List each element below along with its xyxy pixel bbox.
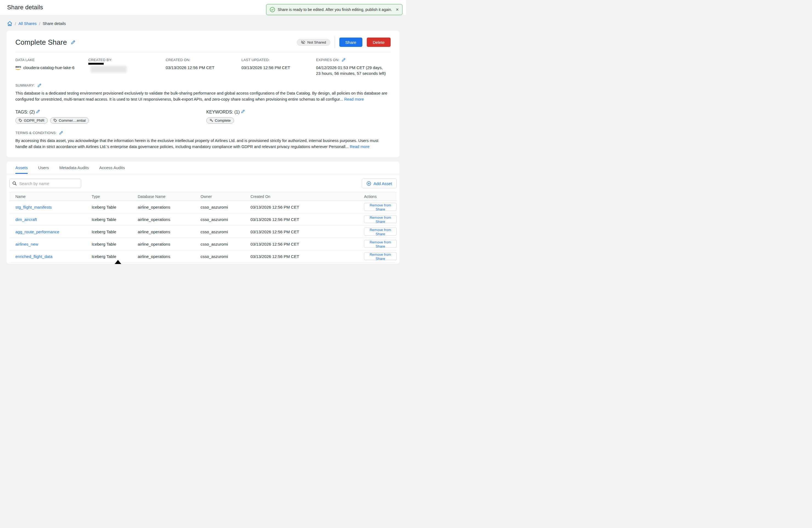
tag-chip-label: GDPR_PNR — [24, 118, 44, 123]
asset-type: Iceberg Table — [86, 226, 132, 238]
share-name: Complete Share — [15, 38, 67, 47]
home-icon[interactable] — [7, 21, 12, 26]
eye-off-icon — [301, 40, 305, 44]
asset-type: Iceberg Table — [86, 250, 132, 262]
check-circle-icon — [270, 7, 275, 12]
terms-read-more-link[interactable]: Read more — [350, 145, 369, 149]
asset-owner: csso_aszuromi — [194, 238, 244, 250]
tags-label: TAGS: (2) — [15, 110, 35, 114]
asset-owner: csso_aszuromi — [194, 226, 244, 238]
data-lake-value: cloudera-catalog-hue-lake-6 — [23, 65, 75, 71]
redacted-value — [90, 66, 127, 73]
key-icon — [209, 119, 213, 122]
tag-icon — [54, 119, 57, 122]
remove-from-share-button[interactable]: Remove from Share — [364, 252, 397, 260]
asset-database: airline_operations — [132, 201, 194, 213]
table-row: agg_route_performance Iceberg Table airl… — [9, 226, 397, 238]
breadcrumb-all-shares-link[interactable]: All Shares — [18, 21, 37, 26]
edit-summary-icon[interactable] — [37, 83, 41, 88]
remove-from-share-button[interactable]: Remove from Share — [364, 215, 397, 223]
edit-keywords-icon[interactable] — [241, 109, 245, 114]
share-header: Complete Share Not Shared Share Delete — [15, 31, 391, 48]
asset-created-on: 03/13/2026 12:56 PM CET — [244, 226, 358, 238]
summary-read-more-link[interactable]: Read more — [344, 97, 364, 102]
toast-message: Share is ready to be edited. After you f… — [278, 7, 392, 12]
table-row: dim_aircraft Iceberg Table airline_opera… — [9, 213, 397, 226]
search-box[interactable] — [9, 179, 81, 188]
asset-database: airline_operations — [132, 213, 194, 226]
page-title: Share details — [7, 4, 43, 11]
success-toast: Share is ready to be edited. After you f… — [266, 4, 403, 15]
expires-on-value: 04/12/2026 01:53 PM CET (29 days, 23 hou… — [316, 65, 388, 76]
asset-created-on: 03/13/2026 12:56 PM CET — [244, 238, 358, 250]
created-by-field: CREATED BY: — [88, 58, 166, 76]
aws-icon: aws — [15, 65, 21, 70]
redacted-bar — [88, 63, 104, 65]
close-icon[interactable]: ✕ — [395, 7, 399, 12]
asset-owner: csso_aszuromi — [194, 250, 244, 262]
asset-name-link[interactable]: agg_route_performance — [15, 229, 59, 234]
tag-chip-label: Commer....ential — [59, 118, 86, 123]
tags-section: TAGS: (2) GDPR_PNR Commer....ential — [15, 109, 206, 124]
search-input[interactable] — [19, 181, 78, 186]
asset-database: airline_operations — [132, 238, 194, 250]
plus-circle-icon — [366, 181, 371, 186]
delete-button[interactable]: Delete — [367, 37, 391, 47]
created-on-label: CREATED ON: — [166, 58, 242, 62]
asset-created-on: 03/13/2026 12:56 PM CET — [244, 213, 358, 226]
share-button[interactable]: Share — [339, 37, 362, 47]
asset-created-on: 03/13/2026 12:56 PM CET — [244, 201, 358, 213]
last-updated-label: LAST UPDATED: — [242, 58, 316, 62]
assets-card: Assets Users Metadata Audits Access Audi… — [6, 162, 400, 264]
summary-text: This database is a dedicated testing env… — [15, 91, 387, 102]
tag-chip: Commer....ential — [50, 117, 89, 124]
column-header-created-on: Created On — [244, 193, 358, 201]
keyword-chip-label: Complete — [215, 118, 231, 123]
column-header-actions: Actions — [358, 193, 397, 201]
data-lake-field: DATA LAKE aws cloudera-catalog-hue-lake-… — [15, 58, 88, 76]
asset-database: airline_operations — [132, 250, 194, 262]
keywords-section: KEYWORDS: (1) Complete — [206, 109, 245, 124]
terms-section: TERMS & CONDITIONS: By accessing this da… — [15, 131, 391, 150]
edit-expires-icon[interactable] — [342, 58, 346, 62]
vertical-divider — [335, 36, 335, 48]
remove-from-share-button[interactable]: Remove from Share — [364, 228, 397, 236]
column-header-owner: Owner — [194, 193, 244, 201]
table-row: airlines_new Iceberg Table airline_opera… — [9, 238, 397, 250]
search-icon — [12, 181, 17, 185]
asset-name-link[interactable]: enriched_flight_data — [15, 254, 53, 259]
assets-table: Name Type Database Name Owner Created On… — [9, 192, 397, 262]
tab-assets[interactable]: Assets — [15, 165, 28, 174]
summary-label: SUMMARY: — [15, 83, 35, 88]
last-updated-field: LAST UPDATED: 03/13/2026 12:56 PM CET — [242, 58, 316, 76]
asset-owner: csso_aszuromi — [194, 213, 244, 226]
asset-type: Iceberg Table — [86, 238, 132, 250]
asset-type: Iceberg Table — [86, 213, 132, 226]
created-on-field: CREATED ON: 03/13/2026 12:56 PM CET — [166, 58, 242, 76]
assets-toolbar: Add Asset — [6, 174, 400, 192]
add-asset-button[interactable]: Add Asset — [362, 179, 397, 188]
share-details-card: Complete Share Not Shared Share Delete D… — [6, 31, 400, 157]
edit-tags-icon[interactable] — [36, 109, 40, 114]
table-header-row: Name Type Database Name Owner Created On… — [9, 193, 397, 201]
expires-on-label: EXPIRES ON: — [316, 58, 339, 62]
tab-metadata-audits[interactable]: Metadata Audits — [59, 165, 89, 174]
tags-keywords-row: TAGS: (2) GDPR_PNR Commer....ential — [15, 109, 391, 124]
data-lake-label: DATA LAKE — [15, 58, 88, 62]
edit-terms-icon[interactable] — [59, 131, 63, 135]
created-on-value: 03/13/2026 12:56 PM CET — [166, 65, 242, 71]
asset-name-link[interactable]: stg_flight_manifests — [15, 205, 52, 209]
tab-users[interactable]: Users — [38, 165, 49, 174]
remove-from-share-button[interactable]: Remove from Share — [364, 203, 397, 211]
column-header-database: Database Name — [132, 193, 194, 201]
tab-access-audits[interactable]: Access Audits — [99, 165, 125, 174]
asset-owner: csso_aszuromi — [194, 201, 244, 213]
keywords-label: KEYWORDS: (1) — [206, 110, 240, 114]
expires-on-field: EXPIRES ON: 04/12/2026 01:53 PM CET (29 … — [316, 58, 391, 76]
breadcrumb-separator: / — [15, 21, 16, 26]
breadcrumb-current: Share details — [43, 21, 66, 26]
asset-name-link[interactable]: dim_aircraft — [15, 217, 37, 222]
remove-from-share-button[interactable]: Remove from Share — [364, 240, 397, 248]
edit-share-name-icon[interactable] — [71, 40, 75, 45]
asset-name-link[interactable]: airlines_new — [15, 242, 38, 246]
